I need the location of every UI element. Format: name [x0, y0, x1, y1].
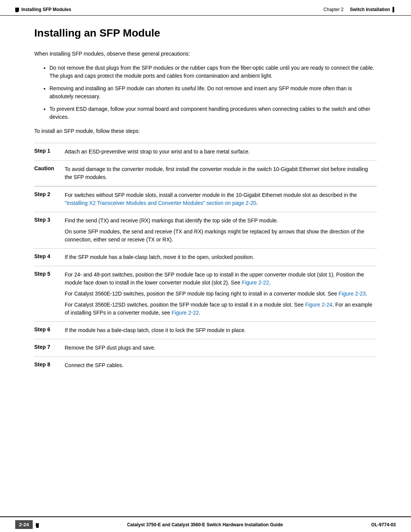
step-label-7: Step 7	[34, 344, 65, 352]
step-content-8: Connect the SFP cables.	[65, 361, 377, 369]
step-content-2: For switches without SFP module slots, i…	[65, 191, 377, 207]
bullet-item: Do not remove the dust plugs from the SF…	[49, 64, 377, 80]
header-breadcrumb: Installing SFP Modules	[21, 7, 71, 12]
header-section-title: Switch Installation	[350, 7, 390, 12]
step-2-link[interactable]: "Installing X2 Transceiver Modules and C…	[65, 200, 256, 206]
bullet-list: Do not remove the dust plugs from the SF…	[49, 64, 377, 121]
step-row-5: Step 5 For 24- and 48-port switches, pos…	[34, 266, 377, 321]
step-5-text-1: For 24- and 48-port switches, position t…	[65, 271, 377, 287]
step-6-text: If the module has a bale-clasp latch, cl…	[65, 326, 377, 334]
bullet-item: Removing and installing an SFP module ca…	[49, 85, 377, 101]
step-1-text: Attach an ESD-preventive wrist strap to …	[65, 148, 377, 156]
follow-steps-text: To install an SFP module, follow these s…	[34, 127, 377, 135]
step-4-text: If the SFP module has a bale-clasp latch…	[65, 253, 377, 261]
bullet-item: To prevent ESD damage, follow your norma…	[49, 105, 377, 121]
figure-2-22-link-1[interactable]: Figure 2-22	[242, 280, 269, 286]
header-right: Chapter 2 Switch Installation ▌	[323, 7, 396, 12]
page-header: ■ Installing SFP Modules Chapter 2 Switc…	[0, 0, 411, 16]
main-content: Installing an SFP Module When installing…	[0, 16, 411, 516]
step-3-text-2: On some SFP modules, the send and receiv…	[65, 228, 377, 244]
step-5-text-3: For Catalyst 3560E-12SD switches, positi…	[65, 301, 377, 317]
step-label-3: Step 3	[34, 217, 65, 244]
footer-doc-number: OL-9774-03	[371, 522, 396, 527]
step-label-2: Step 2	[34, 191, 65, 207]
step-label-6: Step 6	[34, 326, 65, 334]
page-footer: 2-24 ■ Catalyst 3750-E and Catalyst 3560…	[0, 516, 411, 532]
caution-label: Caution	[34, 165, 65, 181]
step-row-2: Step 2 For switches without SFP module s…	[34, 186, 377, 212]
step-content-4: If the SFP module has a bale-clasp latch…	[65, 253, 377, 261]
steps-section: Step 1 Attach an ESD-preventive wrist st…	[34, 143, 377, 374]
step-8-text: Connect the SFP cables.	[65, 361, 377, 369]
step-row-3: Step 3 Find the send (TX) and receive (R…	[34, 212, 377, 248]
step-label-5: Step 5	[34, 271, 65, 317]
step-row-6: Step 6 If the module has a bale-clasp la…	[34, 321, 377, 339]
figure-2-24-link[interactable]: Figure 2-24	[305, 302, 333, 308]
step-3-text-1: Find the send (TX) and receive (RX) mark…	[65, 217, 377, 225]
footer-left: 2-24 ■	[15, 520, 39, 529]
header-icon: ■	[15, 8, 19, 11]
page-title: Installing an SFP Module	[34, 27, 377, 39]
step-row-1: Step 1 Attach an ESD-preventive wrist st…	[34, 143, 377, 160]
intro-text: When installing SFP modules, observe the…	[34, 50, 377, 58]
step-2-text: For switches without SFP module slots, i…	[65, 191, 377, 207]
step-content-6: If the module has a bale-clasp latch, cl…	[65, 326, 377, 334]
step-5-text-2: For Catalyst 3560E-12D switches, positio…	[65, 290, 377, 298]
step-7-text: Remove the SFP dust plugs and save.	[65, 344, 377, 352]
header-left: ■ Installing SFP Modules	[15, 7, 71, 12]
header-chapter: Chapter 2	[323, 7, 344, 12]
page-number: 2-24	[15, 520, 33, 529]
step-row-7: Step 7 Remove the SFP dust plugs and sav…	[34, 339, 377, 356]
step-row-8: Step 8 Connect the SFP cables.	[34, 356, 377, 374]
step-label-8: Step 8	[34, 361, 65, 369]
page-container: ■ Installing SFP Modules Chapter 2 Switc…	[0, 0, 411, 532]
step-content-3: Find the send (TX) and receive (RX) mark…	[65, 217, 377, 244]
step-content-7: Remove the SFP dust plugs and save.	[65, 344, 377, 352]
caution-row: Caution To avoid damage to the converter…	[34, 160, 377, 186]
figure-2-23-link[interactable]: Figure 2-23	[339, 291, 366, 297]
footer-title: Catalyst 3750-E and Catalyst 3560-E Swit…	[39, 522, 371, 527]
step-content-1: Attach an ESD-preventive wrist strap to …	[65, 148, 377, 156]
step-label-4: Step 4	[34, 253, 65, 261]
step-content-5: For 24- and 48-port switches, position t…	[65, 271, 377, 317]
figure-2-22-link-2[interactable]: Figure 2-22	[172, 310, 199, 316]
step-row-4: Step 4 If the SFP module has a bale-clas…	[34, 248, 377, 266]
footer-icon: ■	[36, 523, 39, 526]
caution-content: To avoid damage to the converter module,…	[65, 165, 377, 181]
step-label-1: Step 1	[34, 148, 65, 156]
